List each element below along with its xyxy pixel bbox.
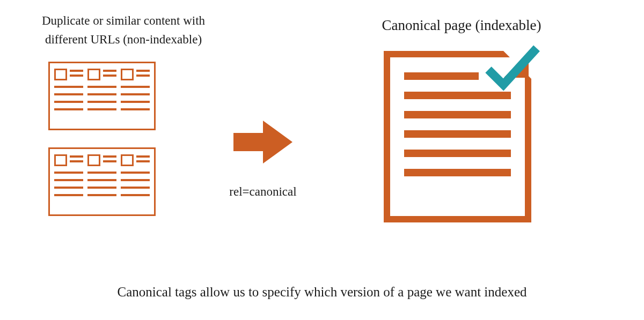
duplicate-document-icon	[48, 62, 156, 130]
heading-line-2: different URLs (non-indexable)	[45, 33, 202, 46]
duplicate-content-heading: Duplicate or similar content with differ…	[21, 12, 225, 49]
arrow-right-icon	[231, 118, 295, 168]
heading-line-1: Duplicate or similar content with	[42, 14, 205, 27]
checkmark-icon	[483, 43, 542, 96]
rel-canonical-label: rel=canonical	[217, 185, 309, 199]
duplicate-document-icon	[48, 147, 156, 216]
duplicate-documents-group	[48, 62, 156, 216]
bottom-caption: Canonical tags allow us to specify which…	[0, 285, 644, 300]
canonical-page-heading: Canonical page (indexable)	[322, 17, 601, 34]
